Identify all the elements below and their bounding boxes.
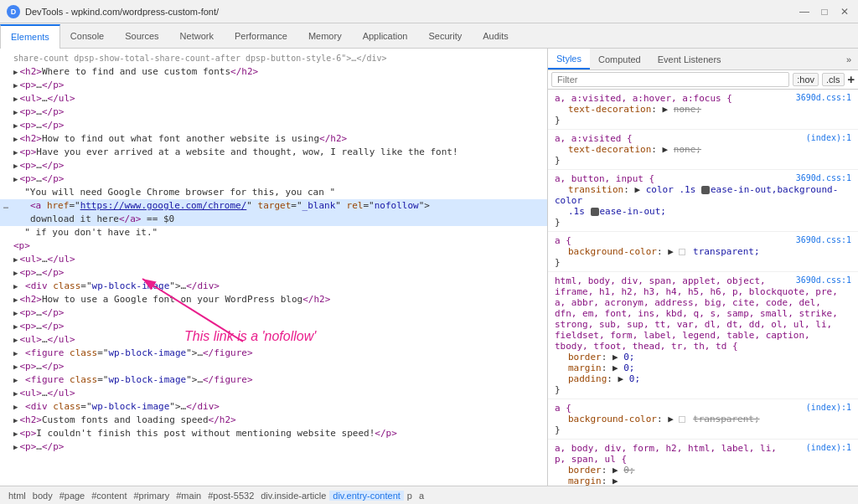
tab-computed[interactable]: Computed [590, 49, 649, 69]
filter-input[interactable] [551, 72, 789, 87]
rule-source-link[interactable]: 3690d.css:1 [796, 275, 851, 285]
tab-console[interactable]: Console [60, 23, 115, 48]
status-item-p[interactable]: p [404, 491, 416, 501]
dom-line: "You will need Google Chrome browser for… [0, 186, 547, 199]
expand-icon[interactable]: ▶ [13, 403, 18, 411]
rule-property-line: border: ▶ 0; [555, 352, 851, 363]
rule-selector-continue3: dfn, em, font, ins, kbd, q, s, samp, sma… [555, 308, 851, 319]
rule-source-link[interactable]: (index):1 [806, 133, 851, 142]
expand-icon[interactable]: ▶ [13, 309, 18, 317]
tab-elements[interactable]: Elements [0, 24, 60, 49]
expand-icon[interactable]: ▶ [13, 336, 18, 344]
rule-source-link[interactable]: (index):1 [806, 403, 851, 412]
status-item-a[interactable]: a [416, 491, 427, 501]
rule-close: } [555, 217, 851, 228]
more-tabs-button[interactable]: » [840, 54, 858, 64]
rule-close: } [555, 384, 851, 395]
style-rule: a, body, div, form, h2, html, label, li,… [548, 440, 858, 486]
expand-icon[interactable]: ▶ [13, 148, 18, 157]
tab-audits[interactable]: Audits [473, 23, 519, 48]
status-item-post[interactable]: #post-5532 [204, 491, 257, 501]
expand-icon[interactable]: ▶ [13, 162, 18, 170]
status-item-primary[interactable]: #primary [130, 491, 173, 501]
tab-performance[interactable]: Performance [225, 23, 298, 48]
expand-icon[interactable]: ▶ [13, 282, 18, 291]
dom-line: ▶<ul>…</ul> [0, 253, 547, 266]
dom-line: ▶<p>…</p> [0, 79, 547, 92]
rule-property-line: text-decoration: ▶ none; [555, 104, 851, 115]
maximize-button[interactable]: □ [818, 5, 831, 18]
expand-icon[interactable]: ▶ [13, 376, 18, 384]
rule-close: } [555, 155, 851, 166]
dom-line: " if you don't have it." [0, 226, 547, 239]
tab-application[interactable]: Application [353, 23, 419, 48]
status-item-main[interactable]: #main [173, 491, 204, 501]
expand-icon[interactable]: ▶ [13, 389, 18, 398]
dom-panel: share-count dpsp-show-total-share-count-… [0, 49, 548, 486]
add-style-button[interactable]: + [848, 73, 855, 86]
style-rule: a { 3690d.css:1 background-color: ▶ tran… [548, 232, 858, 272]
expand-icon[interactable]: ▶ [13, 429, 18, 438]
tab-network[interactable]: Network [170, 23, 225, 48]
tab-sources[interactable]: Sources [115, 23, 169, 48]
expand-icon[interactable]: ▶ [13, 68, 18, 76]
rule-source-link[interactable]: 3690d.css:1 [796, 235, 851, 244]
dom-line: ▶<h2>How to use a Google font on your Wo… [0, 293, 547, 306]
window-controls: — □ ✕ [798, 5, 851, 18]
status-item-html[interactable]: html [5, 491, 29, 501]
status-item-entry-content[interactable]: div.entry-content [329, 491, 404, 501]
expand-icon[interactable]: ▶ [13, 121, 18, 130]
rule-selector-continue5: fieldset, form, label, legend, table, ca… [555, 330, 851, 341]
rule-source-link[interactable]: (index):1 [806, 443, 851, 452]
status-item-page[interactable]: #page [56, 491, 89, 501]
dom-line: ▶<p>…</p> [0, 172, 547, 186]
dom-line: ▶<p>…</p> [0, 440, 547, 454]
dom-line: share-count dpsp-show-total-share-count-… [0, 52, 547, 65]
rule-property-line-cont: .1s ease-in-out; [568, 206, 851, 217]
rule-header: html, body, div, span, applet, object, 3… [555, 275, 851, 286]
dom-line: ▶<p>…</p> [0, 266, 547, 280]
expand-icon[interactable]: ▶ [13, 363, 18, 371]
expand-icon[interactable]: ▶ [13, 135, 18, 143]
rule-header: a, a:visited { (index):1 [555, 133, 851, 144]
tab-styles[interactable]: Styles [548, 49, 590, 69]
status-item-content[interactable]: #content [88, 491, 130, 501]
status-item-body[interactable]: body [29, 491, 56, 501]
expand-icon[interactable]: ▶ [13, 108, 18, 116]
expand-icon[interactable]: ▶ [13, 95, 18, 103]
dom-line-highlighted-2: download it here</a> == $0 [0, 213, 547, 226]
tab-memory[interactable]: Memory [298, 23, 353, 48]
rule-source-link[interactable]: 3690d.css:1 [796, 173, 851, 183]
style-rule: a, a:visited { (index):1 text-decoration… [548, 130, 858, 170]
dom-dots: … [3, 199, 8, 213]
minimize-button[interactable]: — [798, 5, 811, 18]
rule-header: a, body, div, form, h2, html, label, li,… [555, 443, 851, 454]
style-rule: html, body, div, span, applet, object, 3… [548, 272, 858, 399]
expand-icon[interactable]: ▶ [13, 322, 18, 331]
expand-icon[interactable]: ▶ [13, 81, 18, 90]
status-item-inside-article[interactable]: div.inside-article [257, 491, 329, 501]
rule-source-link[interactable]: 3690d.css:1 [796, 93, 851, 102]
tab-event-listeners[interactable]: Event Listeners [649, 49, 730, 69]
expand-icon[interactable]: ▶ [13, 416, 18, 424]
expand-icon[interactable]: ▶ [13, 255, 18, 264]
devtools-logo: D [7, 5, 20, 18]
dom-line: ▶<p>I couldn't finish this post without … [0, 427, 547, 440]
rule-header: a, button, input { 3690d.css:1 [555, 173, 851, 184]
status-bar: html body #page #content #primary #main … [0, 486, 858, 504]
expand-icon[interactable]: ▶ [13, 269, 18, 277]
dom-line: ▶<p>…</p> [0, 360, 547, 373]
hov-button[interactable]: :hov [793, 73, 819, 86]
close-button[interactable]: ✕ [838, 5, 851, 18]
cls-button[interactable]: .cls [822, 73, 845, 86]
expand-icon[interactable]: ▶ [13, 349, 18, 357]
dom-line: ▶<p>…</p> [0, 306, 547, 320]
tab-security[interactable]: Security [418, 23, 473, 48]
expand-icon[interactable]: ▶ [13, 175, 18, 183]
rule-selector-continue: p, span, ul { [555, 454, 851, 465]
title-bar: D DevTools - wpkind.com/wordpress-custom… [0, 0, 858, 23]
expand-icon[interactable]: ▶ [13, 296, 18, 304]
dom-line: ▶ <figure class="wp-block-image">…</figu… [0, 347, 547, 360]
ease-icon [701, 186, 710, 194]
expand-icon[interactable]: ▶ [13, 443, 18, 451]
